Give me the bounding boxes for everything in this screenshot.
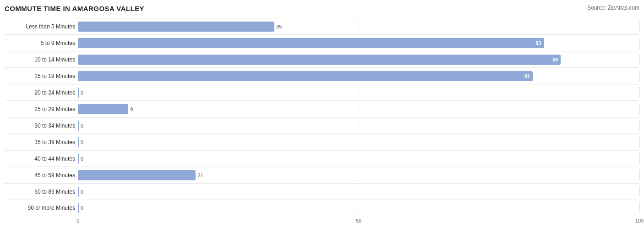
bar-label: 30 to 34 Minutes bbox=[5, 123, 78, 129]
header-row: COMMUTE TIME IN AMARGOSA VALLEY Source: … bbox=[5, 5, 639, 12]
bar-label: 25 to 29 Minutes bbox=[5, 106, 78, 112]
bar-container: 35 bbox=[78, 21, 639, 32]
bar-fill bbox=[78, 121, 79, 131]
bar-fill bbox=[78, 88, 79, 98]
x-axis-row: 050100 bbox=[5, 218, 639, 227]
bar-container: 83 bbox=[78, 38, 639, 49]
bar-row: 35 to 39 Minutes0 bbox=[5, 134, 639, 150]
bar-fill bbox=[78, 22, 274, 32]
bar-fill bbox=[78, 137, 79, 147]
bar-value-outside-label: 0 bbox=[81, 189, 83, 195]
bar-value-outside-label: 0 bbox=[81, 123, 83, 128]
bar-container: 0 bbox=[78, 87, 639, 98]
bar-fill bbox=[78, 203, 79, 213]
bar-row: 10 to 14 Minutes86 bbox=[5, 51, 639, 67]
bar-row: 90 or more Minutes0 bbox=[5, 200, 639, 216]
bar-fill bbox=[78, 187, 79, 197]
bar-value-outside-label: 0 bbox=[81, 140, 83, 145]
bar-value-outside-label: 21 bbox=[197, 173, 203, 178]
x-tick-label: 0 bbox=[76, 218, 79, 223]
bar-value-outside-label: 35 bbox=[276, 24, 282, 29]
bar-container: 0 bbox=[78, 153, 639, 164]
bar-row: 40 to 44 Minutes0 bbox=[5, 150, 639, 167]
bar-value-label: 81 bbox=[524, 73, 530, 79]
bar-label: 40 to 44 Minutes bbox=[5, 156, 78, 162]
bar-container: 81 bbox=[78, 71, 639, 82]
bar-fill bbox=[78, 170, 196, 180]
bar-value-label: 83 bbox=[535, 40, 541, 46]
bar-container: 21 bbox=[78, 170, 639, 181]
bar-container: 0 bbox=[78, 186, 639, 197]
bar-fill bbox=[78, 104, 128, 114]
bar-label: 90 or more Minutes bbox=[5, 205, 78, 211]
bar-fill: 81 bbox=[78, 71, 533, 81]
chart-wrapper: COMMUTE TIME IN AMARGOSA VALLEY Source: … bbox=[5, 5, 639, 227]
bar-row: Less than 5 Minutes35 bbox=[5, 18, 639, 34]
bar-label: 20 to 24 Minutes bbox=[5, 89, 78, 96]
bar-container: 0 bbox=[78, 137, 639, 148]
bar-value-outside-label: 9 bbox=[130, 106, 133, 112]
source-text: Source: ZipAtlas.com bbox=[587, 5, 639, 11]
bar-container: 86 bbox=[78, 54, 639, 65]
bar-value-label: 86 bbox=[552, 57, 558, 62]
bar-container: 0 bbox=[78, 120, 639, 131]
x-tick-label: 50 bbox=[356, 218, 361, 223]
bar-fill: 83 bbox=[78, 38, 544, 48]
bar-label: 5 to 9 Minutes bbox=[5, 40, 78, 46]
bar-label: 60 to 89 Minutes bbox=[5, 189, 78, 195]
bar-label: 10 to 14 Minutes bbox=[5, 56, 78, 63]
x-tick-label: 100 bbox=[635, 218, 644, 223]
bar-row: 20 to 24 Minutes0 bbox=[5, 84, 639, 100]
chart-area: Less than 5 Minutes355 to 9 Minutes8310 … bbox=[5, 18, 639, 216]
bar-value-outside-label: 0 bbox=[81, 205, 83, 211]
bar-row: 30 to 34 Minutes0 bbox=[5, 117, 639, 134]
bar-value-outside-label: 0 bbox=[81, 90, 83, 95]
bar-row: 25 to 29 Minutes9 bbox=[5, 100, 639, 117]
bar-fill bbox=[78, 154, 79, 164]
chart-title: COMMUTE TIME IN AMARGOSA VALLEY bbox=[5, 5, 144, 12]
bar-row: 60 to 89 Minutes0 bbox=[5, 183, 639, 200]
bar-container: 9 bbox=[78, 104, 639, 115]
bar-label: 35 to 39 Minutes bbox=[5, 139, 78, 145]
bar-label: 15 to 19 Minutes bbox=[5, 73, 78, 79]
bar-row: 45 to 59 Minutes21 bbox=[5, 167, 639, 183]
bar-container: 0 bbox=[78, 202, 639, 213]
bar-value-outside-label: 0 bbox=[81, 156, 83, 162]
bar-label: 45 to 59 Minutes bbox=[5, 172, 78, 179]
bar-label: Less than 5 Minutes bbox=[5, 23, 78, 30]
bar-row: 15 to 19 Minutes81 bbox=[5, 67, 639, 84]
bar-row: 5 to 9 Minutes83 bbox=[5, 34, 639, 51]
bar-fill: 86 bbox=[78, 55, 561, 65]
